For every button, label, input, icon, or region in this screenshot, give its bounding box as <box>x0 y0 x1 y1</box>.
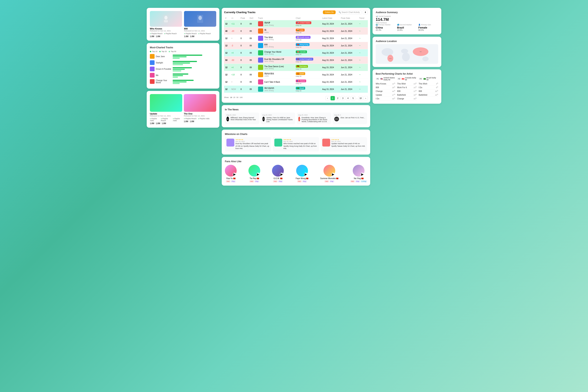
fan-item: ▶ Na Ying 🇨🇳 HotPopC-Pop <box>350 165 367 182</box>
track-name: 我的好朋友 <box>264 72 274 75</box>
milestone-text-1: Who Knows reached new peak of #38 on Spo… <box>284 142 318 150</box>
export-button[interactable]: ⬇ <box>363 10 368 14</box>
best-chart-track-name: Change <box>397 98 404 100</box>
social-footprint-value: 114.7M <box>376 17 391 22</box>
fans-grid: ▶ Yisa Yu 🇨🇳 HotPop ▶ Tia Ray 🇨🇳 HotPop … <box>225 165 367 182</box>
fan-tag: Hot <box>250 180 254 182</box>
play-button-icon[interactable]: ▶ <box>331 173 335 176</box>
cell-trend: ~ <box>358 78 368 86</box>
release1-stat2-val: 1.8M <box>156 35 160 38</box>
play-button-icon[interactable]: ▶ <box>233 173 236 176</box>
chart-col-track-row: Change 45th <box>397 97 416 100</box>
show-10[interactable]: 10 <box>230 96 232 98</box>
chart-rank-badge: #3 <box>419 78 423 80</box>
milestone-img-2 <box>322 139 330 146</box>
show-label: Show: <box>224 96 229 98</box>
fan-tag: Hot <box>297 180 302 182</box>
news-source-0: ib <box>226 117 229 121</box>
charting-table-title: Currently Charting Tracks <box>224 11 256 14</box>
legend-dot-top50 <box>169 51 170 52</box>
page-2-btn[interactable]: 2 <box>336 96 340 100</box>
best-charts-card: Best Performing Charts for Artist #1 🇺🇸 … <box>372 69 441 104</box>
second-market-pct: 10.8% <box>397 29 417 31</box>
charting-tracks-card: Currently Charting Tracks Colors On 🔍 Se… <box>222 8 370 103</box>
page-4-btn[interactable]: 4 <box>346 96 350 100</box>
track-thumb <box>150 54 154 59</box>
fan-avatar: ▶ <box>324 165 335 176</box>
next-page-btn[interactable]: › <box>364 96 368 100</box>
best-chart-track-name: 808 <box>376 86 379 88</box>
news-source-2: e <box>298 117 300 121</box>
primary-market-pct: 43.3% <box>376 29 396 31</box>
milestone-stars-0: ★★★★★ <box>236 139 270 140</box>
cell-trend: ~ <box>358 20 368 28</box>
news-source-1: V7 <box>262 117 265 121</box>
page-3-btn[interactable]: 3 <box>341 96 345 100</box>
cell-peak: 8 <box>240 49 248 56</box>
chart-badge: 🇺🇸 United States <box>296 22 312 24</box>
table-row: 12 +11 8 89 我的梦 Jane Zhang 🇺🇸 United Sta… <box>224 20 368 28</box>
page-10-btn[interactable]: 10 <box>358 96 363 100</box>
fan-name: G.E.M. <box>274 177 280 180</box>
release-who-knows: Who Knows Released on Nov 12, 2021 ● Pla… <box>150 11 182 38</box>
primary-market-icon: 🌍 <box>376 24 378 26</box>
page-1-btn[interactable]: 1 <box>330 96 335 100</box>
chart-search-input[interactable]: 🔍 Search Chart Activity <box>337 10 362 14</box>
chart-flag: 🇭🇰 <box>297 44 299 46</box>
social-footprint-sub: Total Fanbase <box>376 22 391 24</box>
track-label: Dream It Possible <box>156 68 172 70</box>
cell-chart: 🇨🇦 Canada Daily 50 <box>294 49 321 56</box>
page-5-btn[interactable]: 5 <box>351 96 355 100</box>
legend-dot-top10 <box>150 51 151 52</box>
colors-on-button[interactable]: Colors On <box>323 10 336 14</box>
show-20[interactable]: 20 <box>233 96 235 98</box>
cell-peak-date: Jun 21, 2024 <box>340 78 358 86</box>
chart-type: Daily 50 <box>296 39 320 41</box>
chart-col-name: United States Daily 50 <box>384 77 395 81</box>
play-button-icon[interactable]: ▶ <box>256 173 260 176</box>
cell-peak-date: Jun 21, 2024 <box>340 35 358 42</box>
col-doc: DoC <box>248 16 257 20</box>
world-map: Asia S.Am <box>376 44 438 64</box>
play-button-icon[interactable]: ▶ <box>280 173 284 176</box>
show-50[interactable]: 50 <box>236 96 238 98</box>
primary-market: 🌍 Primary Market China 43.3% <box>376 24 396 31</box>
milestone-text-0: Dust My Shoulders Off reached new peak o… <box>236 142 270 150</box>
fan-tags: HotPop <box>297 180 307 182</box>
svg-rect-2 <box>164 20 168 22</box>
release1-stat2-label: Playlist Reach <box>166 32 177 34</box>
track-thumb <box>150 73 154 78</box>
play-button-icon[interactable]: ▶ <box>360 173 364 176</box>
play-button-icon[interactable]: ▶ <box>304 173 308 176</box>
most-charted-tracks-list: Dear JaneStarlightDream It PossibleMeCha… <box>150 54 216 84</box>
album-update: Update Released on Nov 12, 2021 ● Playli… <box>150 94 182 124</box>
legend-top50: Top 50 <box>169 50 176 52</box>
prev-page-btn[interactable]: ‹ <box>326 96 330 100</box>
chart-rank-badge: #2 <box>397 78 401 80</box>
col-peak-date: Peak Date <box>340 16 358 20</box>
track-name: 808 <box>264 44 274 46</box>
cell-peak-date: Jun 21, 2024 <box>340 71 358 78</box>
news-date-3: Aug 20, 2 <box>334 114 366 116</box>
show-100[interactable]: 100 <box>240 96 242 98</box>
fan-item: ▶ Tia Ray 🇨🇳 HotPop <box>248 165 260 182</box>
artist-releases-row: Who Knows Released on Nov 12, 2021 ● Pla… <box>150 11 216 38</box>
chart-rank-badge: #1 <box>376 78 380 80</box>
cell-doc: 89 <box>248 20 257 28</box>
chart-col-track-row: Work For It 25th <box>397 86 416 89</box>
cell-rank: 12 <box>224 42 230 49</box>
best-chart-track-pos: 24th <box>414 82 417 85</box>
chart-flag: 🇨🇦 <box>297 51 299 53</box>
fan-name: Tia Ray <box>250 177 256 180</box>
chart-col-name: Canada Daily 50 <box>405 77 416 81</box>
charting-tbody: 12 +11 8 89 我的梦 Jane Zhang 🇺🇸 United Sta… <box>224 20 368 93</box>
track-artist: Jane Zhang <box>264 68 284 70</box>
cell-trend: ~ <box>358 64 368 71</box>
col-trend: Trend <box>358 16 368 20</box>
chart-type: Daily 50 <box>296 76 320 77</box>
fan-item: ▶ Faye Wong 🇨🇳 HotPop <box>296 165 308 182</box>
cell-doc: 89 <box>248 28 257 35</box>
cell-trend: ~ <box>358 42 368 49</box>
cell-latest: Aug 19, 2024 <box>321 78 340 86</box>
cell-chart: 🇬🇧 United Kingdom Daily 50 <box>294 56 321 64</box>
